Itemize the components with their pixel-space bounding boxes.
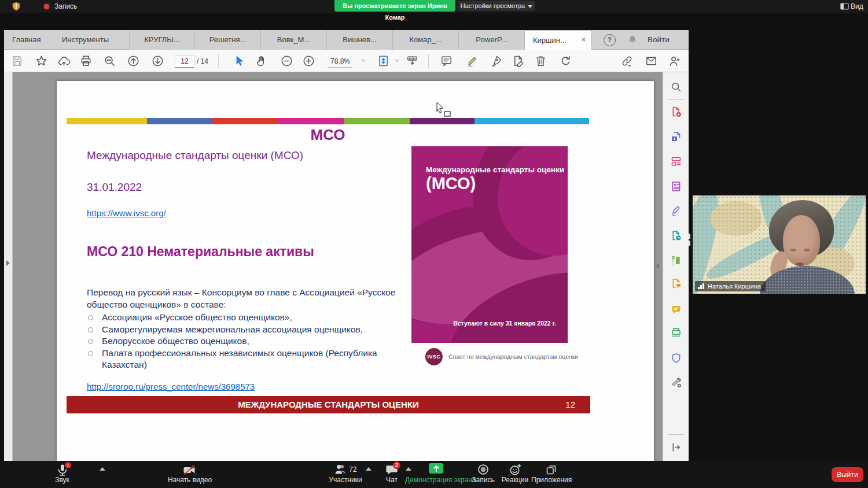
video-panel-resize-handle[interactable] <box>689 234 690 239</box>
chat-button[interactable]: 2 Чат <box>379 461 404 488</box>
tab-tools[interactable]: Инструменты <box>62 30 109 50</box>
notifications-bell-icon[interactable] <box>627 34 638 46</box>
zoom-level-value[interactable]: 78,8% <box>328 57 352 68</box>
cover-title-line2: (МСО) <box>426 174 476 193</box>
video-panel-resize-handle[interactable] <box>689 241 690 246</box>
hand-tool-icon[interactable] <box>255 54 269 68</box>
view-settings-button[interactable]: Настройки просмотра <box>458 1 535 11</box>
stripe-segment <box>410 118 475 124</box>
participants-label: Участники <box>327 476 364 484</box>
record-button[interactable]: Запись <box>469 461 498 488</box>
fit-page-icon[interactable] <box>377 54 390 68</box>
expand-left-panel-icon[interactable] <box>6 260 10 266</box>
print-icon[interactable] <box>79 54 93 68</box>
slide-bullet-list: Ассоциация «Русское общество оценщиков»,… <box>87 312 411 371</box>
left-panel-strip[interactable] <box>4 72 13 461</box>
rotate-icon[interactable] <box>559 54 572 68</box>
page-number-input[interactable]: 12 <box>175 55 194 68</box>
list-item: Палата профессиональных независимых оцен… <box>87 347 391 371</box>
zoom-meeting-screen: Запись Вы просматриваете экран Ирина Ком… <box>0 0 868 488</box>
comment-icon[interactable] <box>440 54 453 68</box>
sign-in-button[interactable]: Войти <box>648 30 670 50</box>
participants-icon <box>334 463 348 476</box>
recording-dot-icon <box>44 4 49 9</box>
doc-tab-4[interactable]: Вишнев... <box>327 30 393 50</box>
prepare-form-icon[interactable] <box>670 180 682 193</box>
favorites-star-icon[interactable] <box>35 54 48 68</box>
doc-tab-active[interactable]: Киршин... × <box>525 30 592 50</box>
list-item: Белорусское общество оценщиков, <box>87 335 411 347</box>
share-link-icon[interactable] <box>620 54 634 68</box>
start-video-button[interactable]: Начать видео <box>164 461 216 488</box>
leave-meeting-button[interactable]: Выйти <box>832 467 863 482</box>
next-page-icon[interactable] <box>151 54 164 68</box>
crop-pages-icon[interactable] <box>670 254 682 267</box>
help-icon[interactable]: ? <box>604 34 616 46</box>
tab-home[interactable]: Главная <box>12 30 41 50</box>
email-icon[interactable] <box>645 54 658 68</box>
comment-tool-icon[interactable] <box>670 304 682 316</box>
stamp-icon[interactable] <box>670 278 682 290</box>
participant-name-tag: Наталья Киршина <box>695 281 766 291</box>
share-screen-button[interactable]: Демонстрация экрана <box>405 461 467 488</box>
slide-page-number: 12 <box>565 396 575 413</box>
ivsc-link[interactable]: https://www.ivsc.org/ <box>87 208 166 218</box>
export-pdf-icon[interactable] <box>670 131 682 143</box>
slide-heading: МСО 210 Нематериальные активы <box>87 244 314 260</box>
chevron-down-icon <box>528 5 532 8</box>
highlight-icon[interactable] <box>466 54 479 68</box>
collapse-panel-icon[interactable] <box>670 441 682 453</box>
share-cloud-icon[interactable] <box>57 54 71 68</box>
fill-and-sign-icon[interactable] <box>670 205 682 217</box>
create-pdf-icon[interactable] <box>670 106 682 118</box>
fit-page-dropdown-icon[interactable] <box>395 60 399 62</box>
send-for-signature-icon[interactable] <box>670 230 682 242</box>
search-tools-icon[interactable] <box>670 81 682 93</box>
mouse-cursor <box>436 102 452 118</box>
search-icon[interactable] <box>103 54 116 68</box>
edit-page-icon[interactable] <box>512 54 525 68</box>
doc-tab-6[interactable]: PowerP... <box>459 30 525 50</box>
participants-chevron-icon[interactable] <box>366 467 372 471</box>
doc-tab-1[interactable]: КРУГЛЫ... <box>129 30 195 50</box>
view-layout-icon <box>840 3 849 10</box>
ivs-book-cover-image: Международные стандарты оценки (МСО) Вст… <box>411 146 568 343</box>
zoom-level-dropdown-icon[interactable] <box>361 60 366 62</box>
delete-trash-icon[interactable] <box>534 54 547 68</box>
acrobat-tab-bar: Главная Инструменты КРУГЛЫ... Решетня...… <box>4 30 689 50</box>
audio-options-chevron-icon[interactable] <box>100 467 105 471</box>
reactions-button[interactable]: Реакции <box>499 461 531 488</box>
organize-pages-icon[interactable] <box>670 156 682 168</box>
zoom-in-icon[interactable] <box>302 54 315 68</box>
collapse-right-panel-icon[interactable] <box>656 263 659 269</box>
scan-ocr-icon[interactable] <box>670 327 682 339</box>
audio-button[interactable]: ! Звук <box>46 461 78 488</box>
apps-button[interactable]: Приложения <box>531 461 572 488</box>
face-feature <box>804 249 810 252</box>
scrolling-mode-icon[interactable] <box>406 54 419 68</box>
security-shield-icon[interactable] <box>12 2 21 12</box>
stripe-segment <box>475 118 589 124</box>
doc-tab-3[interactable]: Вовк_М... <box>261 30 327 50</box>
participants-button[interactable]: 72 Участники <box>327 461 364 488</box>
footer-title: МЕЖДУНАРОДНЫЕ СТАНДАРТЫ ОЦЕНКИ <box>67 396 590 413</box>
pdf-page: МСО Международные стандарты оценки (МСО)… <box>57 81 654 461</box>
previous-page-icon[interactable] <box>127 54 140 68</box>
start-video-label: Начать видео <box>164 476 216 484</box>
sign-pen-icon[interactable] <box>490 54 503 68</box>
participant-video[interactable]: Наталья Киршина <box>692 195 866 294</box>
view-button[interactable]: Вид <box>851 0 863 13</box>
zoom-bottom-toolbar: ! Звук Начать видео 72 Участники <box>0 461 868 488</box>
protect-icon[interactable] <box>670 352 682 364</box>
doc-tab-5[interactable]: Комар_... <box>393 30 459 50</box>
select-cursor-icon[interactable] <box>232 54 245 68</box>
more-tools-icon[interactable] <box>670 376 682 389</box>
sidebar-divider <box>668 434 684 435</box>
zoom-out-icon[interactable] <box>280 54 293 68</box>
save-icon[interactable] <box>10 54 24 68</box>
sroroo-link[interactable]: http://sroroo.ru/press_center/news/36985… <box>87 382 255 391</box>
close-tab-icon[interactable]: × <box>579 36 588 45</box>
doc-tab-2[interactable]: Решетня... <box>195 30 261 50</box>
add-person-icon[interactable] <box>668 54 681 68</box>
zoom-top-bar: Запись Вы просматриваете экран Ирина Ком… <box>0 0 868 13</box>
